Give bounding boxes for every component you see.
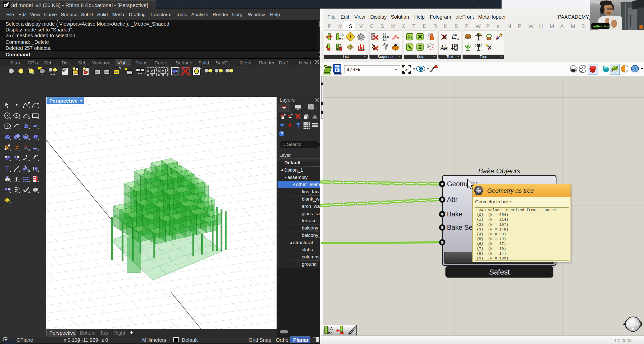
svg-text:Z: Z <box>330 331 332 335</box>
svg-text:L: L <box>343 331 346 335</box>
svg-text:A: A <box>330 326 333 330</box>
